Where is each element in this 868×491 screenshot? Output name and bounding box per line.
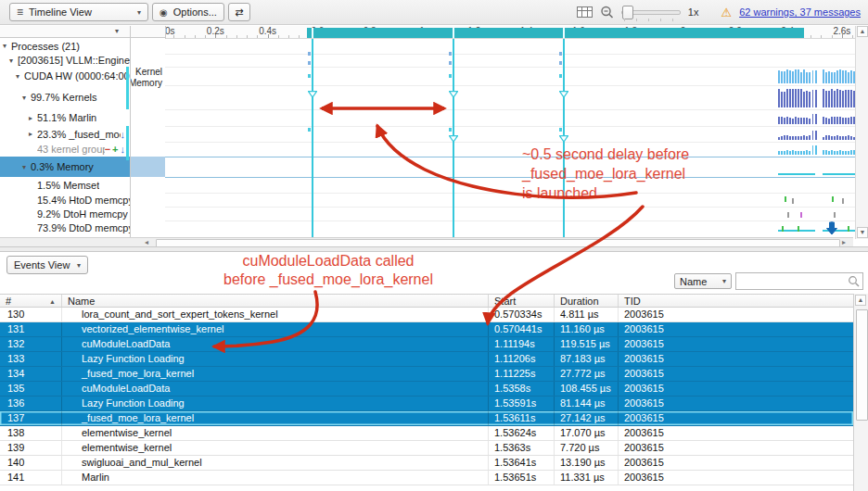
column-header-num[interactable]: #▲ [0,295,62,307]
row-num: 134 [0,367,62,381]
kernel-name: lora_count_and_sort_expert_tokens_kernel [62,308,489,321]
activity-bar [845,70,847,83]
annotation-call-note: cuModuleLoadData calledbefore _fused_moe… [206,252,451,289]
memcpy-tick [782,226,784,232]
tree-row[interactable]: 73.9% DtoD memcpy [0,220,130,235]
tree-row[interactable]: ▸23.3% _fused_moe_lo↓ [0,126,130,142]
timeline-ruler[interactable]: 0s0.2s0.4s0.6s0.8s1s1.2s1.4s1.6s1.8s2s2.… [165,26,855,39]
column-header-name[interactable]: Name [62,295,489,307]
search-icon [848,275,860,287]
column-header-tid[interactable]: TID [619,295,853,307]
table-row[interactable]: 140swigluoai_and_mul_kernel1.53641s13.19… [0,456,853,471]
events-view-selector[interactable]: Events View ▾ [6,256,88,274]
tid: 2003615 [619,397,853,410]
activity-bar [828,91,830,107]
next-event-arrow-icon[interactable] [823,220,840,241]
table-row[interactable]: 139elementwise_kernel1.5363s7.720 µs2003… [0,441,853,456]
tree-expander-icon[interactable]: ▸ [29,114,37,122]
column-header-duration[interactable]: Duration [555,295,619,307]
tree-expander-icon[interactable]: ▾ [22,94,31,102]
tree-row[interactable]: 15.4% HtoD memcpy [0,193,130,207]
scroll-up-icon[interactable]: ▲ [857,26,868,37]
activity-bar [803,69,805,83]
timeline-view-selector[interactable]: ≡ Timeline View ▾ [9,3,148,21]
timeline-marker-flag[interactable] [449,130,458,146]
table-row[interactable]: 132cuModuleLoadData1.11194s119.515 µs200… [0,337,853,352]
tree-expander-icon[interactable]: ▾ [3,42,11,50]
tree-row[interactable]: ▸51.1% Marlin [0,109,130,126]
table-row[interactable]: 137_fused_moe_lora_kernel1.53611s27.142 … [0,411,853,426]
tree-filter-chevron-icon[interactable]: ▾ [115,27,119,35]
ruler-selection-bar [307,28,804,38]
tree-row[interactable]: ▾[2003615] VLLM::EngineCore [0,54,130,67]
timeline-vscrollbar[interactable]: ▲ ▼ [855,26,868,239]
tree-row[interactable]: ▾CUDA HW (0000:64:00.0 - N [0,67,130,85]
events-vscrollbar[interactable]: ▲ [853,294,868,491]
kernel-name: cuModuleLoadData [62,337,489,351]
jump-to-icon[interactable]: ↓ [121,129,126,140]
collapse-icon[interactable]: − [105,144,110,155]
duration: 17.070 µs [555,426,619,440]
zoom-level-label: 1x [688,6,699,18]
track-separator [165,207,855,208]
timeline-tracks[interactable] [165,39,855,237]
events-search-input[interactable] [736,276,848,287]
sort-ascending-icon: ▲ [49,295,56,308]
tree-row[interactable]: 43 kernel groups−+↓ [0,142,130,157]
zoom-out-icon[interactable] [600,6,614,19]
scroll-up-icon[interactable]: ▲ [855,295,866,306]
zoom-slider[interactable] [621,5,681,19]
start-time: 1.53651s [489,471,555,485]
filmstrip-icon[interactable] [577,6,593,18]
timeline-marker-flag[interactable] [449,85,458,102]
zoom-slider-handle[interactable] [622,6,633,19]
tree-row-label: 15.4% HtoD memcpy [37,195,130,206]
memcpy-tick [842,198,844,204]
tree-expander-icon[interactable]: ▸ [29,130,37,138]
tree-expander-icon[interactable]: ▾ [9,57,18,65]
table-row[interactable]: 135cuModuleLoadData1.5358s108.455 µs2003… [0,382,853,397]
tree-expander-icon[interactable]: ▾ [16,72,24,81]
table-row[interactable]: 133Lazy Function Loading1.11206s87.183 µ… [0,352,853,367]
activity-bar [781,117,783,124]
start-time: 0.570441s [489,322,555,336]
warnings-messages-link[interactable]: 62 warnings, 37 messages [739,6,861,18]
annotation-line: _fused_moe_lora_kernel [522,164,689,183]
table-row[interactable]: 136Lazy Function Loading1.53591s81.144 µ… [0,397,853,411]
kernel-name: elementwise_kernel [62,441,489,455]
activity-bar [828,135,830,140]
row-num: 131 [0,322,62,336]
table-row[interactable]: 138elementwise_kernel1.53624s17.070 µs20… [0,426,853,441]
tree-row[interactable]: 9.2% DtoH memcpy [0,207,130,220]
column-header-start[interactable]: Start [489,295,555,307]
tree-divider [130,26,131,237]
options-button[interactable]: ◉ Options... [152,3,224,21]
tree-row[interactable]: ▾Processes (21) [0,38,130,54]
tree-row[interactable]: ▾99.7% Kernels [0,85,130,109]
scroll-right-icon[interactable]: ▸ [842,239,846,246]
start-time: 1.11225s [489,367,555,381]
swap-layout-button[interactable]: ⇄ [228,3,250,21]
activity-spike [812,114,814,124]
tree-row[interactable]: 1.5% Memset [0,177,130,193]
filter-field-dropdown[interactable]: Name ▾ [674,273,732,289]
tree-expander-icon[interactable]: ▾ [22,163,31,171]
activity-bar [839,69,841,83]
activity-bar [828,71,830,83]
timeline-marker-flag[interactable] [308,85,317,102]
event-mini-mark [449,52,452,56]
activity-spike [812,70,814,83]
events-scroll-thumb[interactable] [856,309,868,421]
table-row[interactable]: 131vectorized_elementwise_kernel0.570441… [0,322,853,337]
activity-bar [823,89,824,107]
expand-icon[interactable]: + [112,144,118,155]
table-row[interactable]: 141Marlin1.53651s11.331 µs2003615 [0,471,853,485]
scroll-down-icon[interactable]: ▼ [857,227,868,238]
timeline-marker-flag[interactable] [559,85,568,102]
table-row[interactable]: 134_fused_moe_lora_kernel1.11225s27.772 … [0,367,853,382]
scroll-left-icon[interactable]: ◂ [145,239,148,246]
timeline-hscrollbar[interactable]: ◂ ▸ [0,237,853,246]
jump-to-icon[interactable]: ↓ [121,144,126,155]
tree-row[interactable]: ▾0.3% Memory [0,157,130,177]
table-row[interactable]: 130lora_count_and_sort_expert_tokens_ker… [0,308,853,322]
